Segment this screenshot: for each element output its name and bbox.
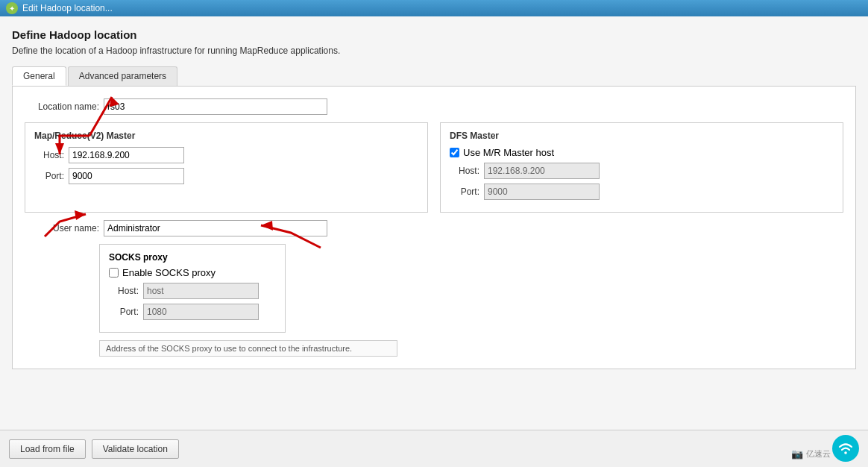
app-icon: ✦ — [6, 2, 18, 14]
wifi-icon — [832, 435, 859, 462]
tab-advanced[interactable]: Advanced parameters — [68, 66, 177, 86]
dfs-use-mr-host-label: Use M/R Master host — [463, 147, 554, 158]
mr-master-box: Map/Reduce(V2) Master Host: Port: — [25, 122, 428, 213]
bottom-bar: Load from file Validate location 📷 亿速云 — [0, 430, 868, 467]
dfs-port-input[interactable] — [484, 184, 600, 200]
location-name-row: Location name: — [25, 98, 843, 115]
mr-master-title: Map/Reduce(V2) Master — [34, 131, 418, 141]
socks-enable-row: Enable SOCKS proxy — [109, 267, 276, 278]
dfs-host-input[interactable] — [484, 163, 600, 179]
masters-row: Map/Reduce(V2) Master Host: Port: DFS Ma… — [25, 122, 843, 213]
title-bar-label: Edit Hadoop location... — [22, 3, 113, 13]
dfs-master-title: DFS Master — [450, 131, 834, 141]
socks-host-label: Host: — [109, 286, 139, 296]
mr-port-input[interactable] — [69, 168, 184, 184]
dfs-port-row: Port: — [450, 184, 834, 200]
mr-host-input[interactable] — [69, 147, 184, 163]
dfs-use-mr-host-checkbox[interactable] — [450, 148, 459, 157]
dfs-host-label: Host: — [450, 166, 479, 176]
load-from-file-button[interactable]: Load from file — [9, 439, 86, 459]
main-container: Define Hadoop location Define the locati… — [0, 16, 868, 430]
mr-port-row: Port: — [34, 168, 418, 184]
dfs-host-row: Host: — [450, 163, 834, 179]
mr-host-label: Host: — [34, 150, 64, 160]
dialog-title: Define Hadoop location — [12, 28, 856, 41]
mr-host-row: Host: — [34, 147, 418, 163]
dfs-port-label: Port: — [450, 187, 479, 197]
location-name-label: Location name: — [25, 101, 99, 112]
location-name-input[interactable] — [104, 98, 327, 115]
socks-enable-label: Enable SOCKS proxy — [122, 267, 216, 278]
validate-location-button[interactable]: Validate location — [92, 439, 179, 459]
title-bar: ✦ Edit Hadoop location... — [0, 0, 868, 16]
socks-title: SOCKS proxy — [109, 252, 276, 263]
watermark: 📷 亿速云 — [791, 448, 831, 460]
tab-general[interactable]: General — [12, 66, 66, 86]
svg-point-0 — [844, 451, 847, 454]
socks-host-input[interactable] — [143, 283, 259, 299]
socks-port-label: Port: — [109, 307, 139, 317]
socks-enable-checkbox[interactable] — [109, 268, 119, 278]
dfs-master-box: DFS Master Use M/R Master host Host: Por… — [440, 122, 843, 213]
dfs-use-mr-host-row: Use M/R Master host — [450, 147, 834, 158]
socks-proxy-box: SOCKS proxy Enable SOCKS proxy Host: Por… — [99, 244, 286, 333]
socks-port-row: Port: — [109, 304, 276, 320]
socks-hint: Address of the SOCKS proxy to use to con… — [99, 340, 397, 357]
socks-port-input[interactable] — [143, 304, 259, 320]
mr-port-label: Port: — [34, 171, 64, 181]
tab-panel-general: Location name: Map/Reduce(V2) Master Hos… — [12, 86, 856, 369]
tab-bar: General Advanced parameters — [12, 66, 856, 86]
user-name-label: User name: — [25, 223, 99, 234]
dialog-description: Define the location of a Hadoop infrastr… — [12, 46, 856, 56]
socks-host-row: Host: — [109, 283, 276, 299]
user-name-row: User name: — [25, 220, 843, 236]
user-name-input[interactable] — [104, 220, 327, 236]
